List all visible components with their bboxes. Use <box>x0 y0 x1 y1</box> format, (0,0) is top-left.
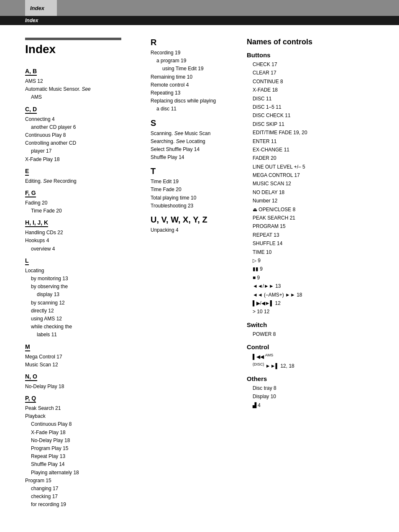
left-column: Index A, B AMS 12 Automatic Music Sensor… <box>25 38 146 509</box>
index-title: Index <box>25 43 146 56</box>
subsection-others: Others Disc tray 8 Display 10 ▟ 4 <box>247 375 382 409</box>
section-header-e: E <box>25 168 29 176</box>
mid-column: R Recording 19 a program 19 using Time E… <box>146 38 238 509</box>
switch-header: Switch <box>247 321 382 328</box>
section-m: M Mega Control 17 Music Scan 12 <box>25 339 146 369</box>
subsection-switch: Switch POWER 8 <box>247 321 382 338</box>
section-cd: C, D Connecting 4 another CD player 6 Co… <box>25 102 146 164</box>
control-header: Control <box>247 343 382 350</box>
header-tab-label: Index <box>30 5 44 11</box>
u-header: U, V, W, X, Y, Z <box>151 215 238 225</box>
names-of-controls-title: Names of controls <box>247 38 382 46</box>
entry-fg: Fading 20 Time Fade 20 <box>25 199 146 215</box>
others-header: Others <box>247 375 382 382</box>
buttons-header: Buttons <box>247 51 382 59</box>
switch-entries: POWER 8 <box>247 330 382 338</box>
entry-l: Locating by monitoring 13 by observing t… <box>25 267 146 339</box>
buttons-entries: CHECK 17 CLEAR 17 CONTINUE 8 X-FADE 18 D… <box>247 60 382 316</box>
section-header-pq: P, Q <box>25 395 36 403</box>
index-title-bar <box>25 38 121 40</box>
entry-s: Scanning. See Music Scan Searching. See … <box>151 130 238 162</box>
section-hijk: H, I, J, K Handling CDs 22 Hookups 4 ove… <box>25 215 146 253</box>
section-s: S Scanning. See Music Scan Searching. Se… <box>151 118 238 162</box>
entry-pq: Peak Search 21 Playback Continuous Play … <box>25 404 146 509</box>
section-header-fg: F, G <box>25 189 36 197</box>
t-header: T <box>151 166 238 176</box>
entry-cd: Connecting 4 another CD player 6 Continu… <box>25 115 146 164</box>
header-tab: Index <box>25 0 57 16</box>
entry-m: Mega Control 17 Music Scan 12 <box>25 353 146 369</box>
entry-r: Recording 19 a program 19 using Time Edi… <box>151 49 238 113</box>
section-uvwxyz: U, V, W, X, Y, Z Unpacking 4 <box>151 215 238 234</box>
page-header: Index <box>0 0 399 16</box>
section-no: N, O No-Delay Play 18 <box>25 369 146 391</box>
section-l: L Locating by monitoring 13 by observing… <box>25 253 146 339</box>
entry-uvwxyz: Unpacking 4 <box>151 226 238 234</box>
section-header-cd: C, D <box>25 106 37 114</box>
header-black-bar: Index <box>0 16 399 25</box>
section-t: T Time Edit 19 Time Fade 20 Total playin… <box>151 166 238 210</box>
header-black-bar-label: Index <box>25 18 38 23</box>
main-content: Index A, B AMS 12 Automatic Music Sensor… <box>0 25 399 522</box>
right-column: Names of controls Buttons CHECK 17 CLEAR… <box>238 38 382 509</box>
subsection-control: Control ▌◀◀ AMS(DISC) ►►▌ 12, 18 <box>247 343 382 370</box>
section-fg: F, G Fading 20 Time Fade 20 <box>25 185 146 215</box>
section-r: R Recording 19 a program 19 using Time E… <box>151 38 238 113</box>
control-entries: ▌◀◀ AMS(DISC) ►►▌ 12, 18 <box>247 352 382 370</box>
r-header: R <box>151 38 238 47</box>
section-header-hijk: H, I, J, K <box>25 219 48 227</box>
entry-t: Time Edit 19 Time Fade 20 Total playing … <box>151 178 238 210</box>
section-ab: A, B AMS 12 Automatic Music Sensor. See … <box>25 64 146 102</box>
section-header-m: M <box>25 343 30 351</box>
entry-hijk: Handling CDs 22 Hookups 4 overview 4 <box>25 229 146 253</box>
s-header: S <box>151 118 238 128</box>
entry-no: No-Delay Play 18 <box>25 383 146 391</box>
section-e: E Editing. See Recording <box>25 164 146 185</box>
section-pq: P, Q Peak Search 21 Playback Continuous … <box>25 391 146 509</box>
section-header-no: N, O <box>25 373 37 381</box>
subsection-buttons: Buttons CHECK 17 CLEAR 17 CONTINUE 8 X-F… <box>247 51 382 316</box>
section-header-l: L <box>25 257 29 265</box>
entry-e: Editing. See Recording <box>25 177 146 185</box>
entry-ams: AMS 12 Automatic Music Sensor. See AMS <box>25 77 146 102</box>
repeat-play-entry: Repeat Play 13 <box>25 453 146 460</box>
others-entries: Disc tray 8 Display 10 ▟ 4 <box>247 384 382 409</box>
section-header-ab: A, B <box>25 68 37 76</box>
